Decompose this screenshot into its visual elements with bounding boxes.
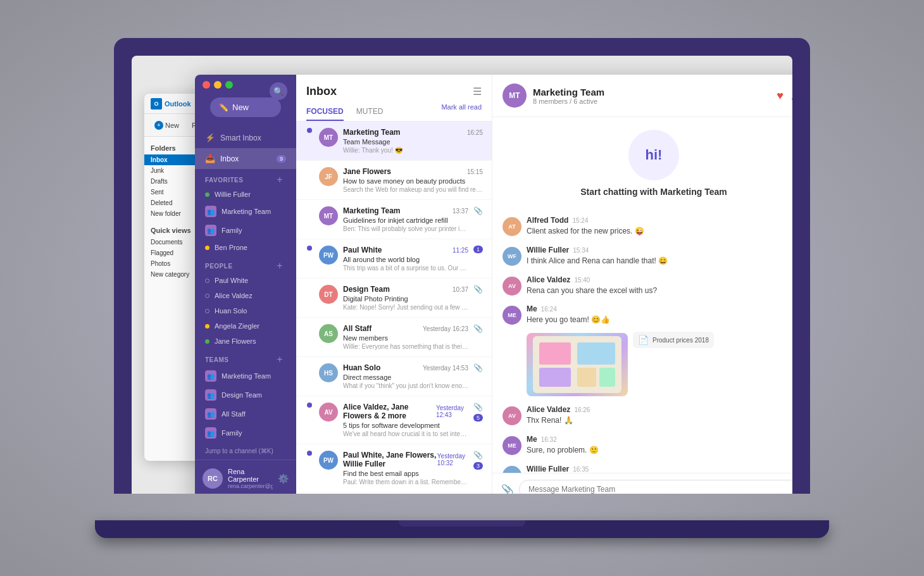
sender-name: Huan Solo <box>343 363 380 372</box>
msg-time: 16:24 <box>541 306 557 313</box>
sidebar-alice-valdez[interactable]: Alice Valdez <box>195 288 296 303</box>
team-icon: 👥 <box>205 427 216 439</box>
new-label: New <box>165 122 179 129</box>
user-info: Rena Carpenter rena.carpenter@gmail.com <box>228 468 273 489</box>
file-icon: 📄 <box>638 335 649 345</box>
unread-indicator <box>307 403 312 408</box>
sender-avatar: DT <box>319 285 338 304</box>
message-subject: Guidelines for inkjet cartridge refill <box>343 216 468 224</box>
sidebar-footer: RC Rena Carpenter rena.carpenter@gmail.c… <box>195 460 296 494</box>
message-preview: Willie: Everyone has something that is t… <box>343 343 468 350</box>
sender-avatar: MT <box>319 128 338 147</box>
inbox-item-paul-group[interactable]: PW Paul White, Jane Flowers, Willie Full… <box>296 444 492 492</box>
message-time: 16:25 <box>467 129 483 136</box>
team-name: Family <box>222 227 242 234</box>
inbox-item-design-team[interactable]: DT Design Team 10:37 Digital Photo Print… <box>296 279 492 318</box>
inbox-item-all-staff[interactable]: AS All Staff Yesterday 16:23 New members… <box>296 318 492 357</box>
message-time: 15:15 <box>467 168 483 175</box>
attachment-input-icon[interactable]: 📎 <box>501 484 514 494</box>
message-subject: Digital Photo Printing <box>343 295 468 303</box>
attachment-icon: 📎 <box>473 206 483 215</box>
sidebar-angela-ziegler[interactable]: Angela Ziegler <box>195 318 296 334</box>
chat-msg-me-2: ME Me 16:32 Sure, no problem. 🙂 <box>503 435 792 456</box>
minimize-button[interactable] <box>214 81 222 89</box>
team-icon: 👥 <box>205 389 216 401</box>
msg-sender: Alfred Todd <box>527 216 568 225</box>
contact-name: Jane Flowers <box>215 337 256 345</box>
search-button[interactable]: 🔍 <box>270 82 287 100</box>
sender-avatar: PW <box>319 246 338 265</box>
favorites-add-icon[interactable]: + <box>273 174 286 185</box>
inbox-item-paul-white[interactable]: PW Paul White 11:25 All around the world… <box>296 239 492 279</box>
sidebar-inbox[interactable]: 📥 Inbox 9 <box>195 148 296 169</box>
sidebar-marketing-team-fav[interactable]: 👥 Marketing Team <box>195 202 296 221</box>
teams-add-icon[interactable]: + <box>273 354 286 365</box>
sidebar-all-staff[interactable]: 👥 All Staff <box>195 404 296 423</box>
svg-rect-1 <box>539 342 571 365</box>
settings-icon[interactable]: ⚙️ <box>278 473 289 484</box>
sender-avatar: HS <box>319 363 338 382</box>
people-add-icon[interactable]: + <box>273 260 286 272</box>
message-time: 13:37 <box>453 208 468 215</box>
tab-focused[interactable]: FOCUSED <box>306 103 344 121</box>
svg-rect-5 <box>599 368 615 387</box>
inbox-item-marketing-team-1[interactable]: MT Marketing Team 16:25 Team Message Wil… <box>296 122 492 161</box>
close-button[interactable] <box>203 81 210 89</box>
sidebar-willie-fuller[interactable]: Willie Fuller <box>195 187 296 202</box>
unread-indicator <box>307 451 312 456</box>
favorites-section-header: FAVORITES + <box>195 169 296 187</box>
tab-muted[interactable]: MUTED <box>356 103 384 121</box>
chat-msg-willie: WF Willie Fuller 15:34 I think Alice and… <box>503 246 792 266</box>
sidebar-ben-prone[interactable]: Ben Prone <box>195 240 296 255</box>
outlook-new-btn[interactable]: + New <box>151 119 183 132</box>
attachment-icon: 📎 <box>473 285 483 294</box>
volume-icon[interactable]: 🔊 <box>791 89 792 103</box>
inbox-item-huan-solo[interactable]: HS Huan Solo Yesterday 14:53 Direct mess… <box>296 357 492 396</box>
sidebar-jane-flowers[interactable]: Jane Flowers <box>195 334 296 349</box>
attachment-icon: 📎 <box>473 324 483 333</box>
away-dot <box>205 324 209 329</box>
inbox-item-marketing-team-2[interactable]: MT Marketing Team 13:37 Guidelines for i… <box>296 200 492 239</box>
sidebar-smart-inbox[interactable]: ⚡ Smart Inbox <box>195 127 296 148</box>
sidebar-family-fav[interactable]: 👥 Family <box>195 221 296 240</box>
contact-name: Willie Fuller <box>215 191 251 198</box>
inbox-panel: Inbox ☰ FOCUSED MUTED Mark all read <box>296 75 492 494</box>
msg-sender: Me <box>527 304 537 313</box>
chat-start-banner: hi! Start chatting with Marketing Team <box>492 117 792 210</box>
chat-panel: MT Marketing Team 8 members / 6 active ♥… <box>492 75 792 494</box>
message-time: Yesterday 16:23 <box>423 325 468 332</box>
unread-count: 5 <box>473 414 483 422</box>
chat-input[interactable] <box>519 480 792 494</box>
heart-icon[interactable]: ♥ <box>777 89 784 103</box>
sidebar-design-team[interactable]: 👥 Design Team <box>195 385 296 404</box>
chat-input-area: 📎 <box>492 473 792 494</box>
smart-inbox-label: Smart Inbox <box>220 134 261 142</box>
sidebar-paul-white[interactable]: Paul White <box>195 273 296 288</box>
inbox-item-jane-flowers[interactable]: JF Jane Flowers 15:15 How to save money … <box>296 161 492 200</box>
chat-header-info: Marketing Team 8 members / 6 active <box>533 87 770 105</box>
message-subject: 5 tips for software development <box>343 422 468 429</box>
msg-sender: Willie Fuller <box>527 246 569 254</box>
chat-team-name: Marketing Team <box>533 87 770 97</box>
msg-text: Rena can you share the excel with us? <box>527 285 792 296</box>
inbox-item-alice-group[interactable]: AV Alice Valdez, Jane Flowers & 2 more Y… <box>296 396 492 444</box>
message-subject: New members <box>343 334 468 342</box>
team-icon: 👥 <box>205 408 216 420</box>
contact-name: Ben Prone <box>215 244 247 251</box>
new-button[interactable]: ✏️ New <box>210 97 281 117</box>
maximize-button[interactable] <box>225 81 233 89</box>
sidebar-marketing-team[interactable]: 👥 Marketing Team <box>195 366 296 385</box>
svg-rect-2 <box>577 342 615 365</box>
mark-all-read[interactable]: Mark all read <box>441 103 482 121</box>
online-dot <box>205 339 209 344</box>
inbox-tabs: FOCUSED MUTED Mark all read <box>296 103 492 122</box>
jump-to-channel[interactable]: Jump to a channel (⌘K) <box>195 442 296 460</box>
sidebar-huan-solo[interactable]: Huan Solo <box>195 303 296 318</box>
message-time: Yesterday 14:53 <box>423 365 468 372</box>
message-subject: All around the world blog <box>343 256 468 263</box>
svg-rect-4 <box>577 368 596 387</box>
msg-image <box>527 333 628 396</box>
filter-icon[interactable]: ☰ <box>473 85 482 97</box>
sidebar-family[interactable]: 👥 Family <box>195 423 296 442</box>
away-dot <box>205 246 209 250</box>
